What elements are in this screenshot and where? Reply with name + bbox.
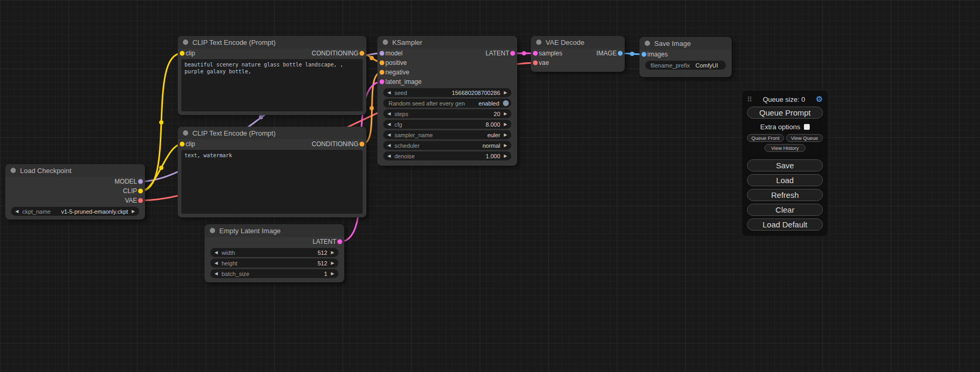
arrow-left-icon[interactable]: ◀ — [215, 251, 218, 255]
view-queue-button[interactable]: View Queue — [786, 134, 823, 142]
slot-label: clip — [186, 50, 195, 57]
widget-label: Random seed after every gen — [389, 100, 465, 107]
node-clip-text-encode-negative[interactable]: CLIP Text Encode (Prompt) clip CONDITION… — [178, 127, 366, 217]
arrow-right-icon[interactable]: ▶ — [504, 91, 507, 95]
images-input-dot[interactable] — [642, 52, 646, 57]
vae-output-dot[interactable] — [138, 198, 143, 203]
arrow-right-icon[interactable]: ▶ — [504, 112, 507, 116]
slot-label: VAE — [125, 197, 137, 204]
collapse-dot[interactable] — [11, 168, 16, 173]
height-widget[interactable]: ◀ height 512 ▶ — [210, 259, 338, 268]
queue-prompt-button[interactable]: Queue Prompt — [747, 107, 823, 119]
width-widget[interactable]: ◀ width 512 ▶ — [210, 248, 338, 257]
arrow-left-icon[interactable]: ◀ — [387, 122, 391, 127]
conditioning-output-dot[interactable] — [360, 51, 364, 56]
settings-gear-icon[interactable]: ⚙ — [816, 94, 823, 104]
drag-handle-icon[interactable]: ⠿ — [747, 96, 752, 103]
cfg-widget[interactable]: ◀ cfg 8.000 ▶ — [383, 120, 511, 129]
collapse-dot[interactable] — [536, 40, 541, 45]
widget-label: batch_size — [221, 271, 249, 277]
collapse-dot[interactable] — [210, 228, 215, 233]
queue-front-button[interactable]: Queue Front — [747, 134, 784, 142]
arrow-left-icon[interactable]: ◀ — [387, 112, 391, 116]
latent-output-dot[interactable] — [337, 240, 342, 244]
arrow-right-icon[interactable]: ▶ — [331, 261, 334, 265]
load-default-button[interactable]: Load Default — [747, 218, 823, 231]
image-output-dot[interactable] — [618, 51, 623, 56]
node-save-image[interactable]: Save Image images filename_prefix ComfyU… — [639, 37, 732, 77]
widget-label: cfg — [394, 121, 402, 128]
node-empty-latent-image[interactable]: Empty Latent Image LATENT ◀ width 512 ▶ … — [205, 224, 344, 282]
clip-input-dot[interactable] — [180, 142, 185, 147]
slot-label: negative — [385, 69, 409, 76]
widget-value: normal — [420, 142, 500, 149]
samples-input-dot[interactable] — [533, 51, 538, 56]
collapse-dot[interactable] — [383, 40, 388, 45]
node-clip-text-encode-positive[interactable]: CLIP Text Encode (Prompt) clip CONDITION… — [178, 36, 366, 115]
clip-positive-titlebar[interactable]: CLIP Text Encode (Prompt) — [178, 36, 366, 49]
vae-decode-slot-samples: samples IMAGE — [531, 49, 625, 58]
positive-input-dot[interactable] — [380, 61, 384, 65]
arrow-right-icon[interactable]: ▶ — [331, 272, 334, 276]
vae-decode-titlebar[interactable]: VAE Decode — [531, 36, 625, 49]
seed-widget[interactable]: ◀ seed 156680208700286 ▶ — [383, 88, 511, 97]
node-ksampler[interactable]: KSampler model LATENT positive negative … — [377, 36, 517, 166]
model-input-dot[interactable] — [380, 51, 384, 56]
collapse-dot[interactable] — [183, 130, 188, 136]
clip-output-dot[interactable] — [138, 189, 143, 194]
extra-options-label: Extra options — [760, 123, 800, 131]
node-load-checkpoint[interactable]: Load Checkpoint MODEL CLIP VAE ◀ ckpt_na… — [5, 164, 145, 220]
arrow-left-icon[interactable]: ◀ — [215, 261, 218, 265]
toggle-knob[interactable] — [503, 100, 509, 106]
load-checkpoint-titlebar[interactable]: Load Checkpoint — [5, 164, 145, 177]
arrow-right-icon[interactable]: ▶ — [132, 209, 135, 214]
load-button[interactable]: Load — [747, 174, 823, 186]
arrow-left-icon[interactable]: ◀ — [387, 91, 391, 95]
save-button[interactable]: Save — [747, 159, 823, 171]
negative-input-dot[interactable] — [380, 70, 384, 75]
latent-image-input-dot[interactable] — [380, 80, 384, 84]
arrow-right-icon[interactable]: ▶ — [504, 154, 507, 158]
node-graph-canvas[interactable]: Load Checkpoint MODEL CLIP VAE ◀ ckpt_na… — [0, 0, 980, 372]
save-image-titlebar[interactable]: Save Image — [639, 37, 732, 50]
steps-widget[interactable]: ◀ steps 20 ▶ — [383, 109, 511, 118]
refresh-button[interactable]: Refresh — [747, 189, 823, 201]
clip-input-dot[interactable] — [180, 51, 185, 56]
slot-label: clip — [186, 140, 195, 148]
random-seed-toggle-widget[interactable]: Random seed after every gen enabled — [383, 99, 511, 108]
ksampler-titlebar[interactable]: KSampler — [377, 36, 517, 49]
collapse-dot[interactable] — [183, 40, 188, 45]
extra-options-checkbox[interactable] — [804, 124, 810, 130]
clear-button[interactable]: Clear — [747, 204, 823, 216]
vae-input-dot[interactable] — [533, 61, 538, 65]
negative-prompt-textarea[interactable]: text, watermark — [181, 150, 363, 214]
collapse-dot[interactable] — [645, 41, 650, 46]
ckpt-name-widget[interactable]: ◀ ckpt_name v1-5-pruned-emaonly.ckpt ▶ — [11, 207, 139, 216]
empty-latent-titlebar[interactable]: Empty Latent Image — [205, 224, 344, 237]
arrow-right-icon[interactable]: ▶ — [504, 144, 507, 148]
widget-label: steps — [394, 111, 408, 117]
arrow-left-icon[interactable]: ◀ — [387, 154, 391, 158]
arrow-left-icon[interactable]: ◀ — [215, 272, 218, 276]
slot-label: CONDITIONING — [312, 140, 358, 148]
arrow-left-icon[interactable]: ◀ — [387, 133, 391, 137]
node-vae-decode[interactable]: VAE Decode samples IMAGE vae — [531, 36, 625, 72]
denoise-widget[interactable]: ◀ denoise 1.000 ▶ — [383, 151, 511, 160]
ksampler-slot-positive: positive — [377, 58, 517, 68]
filename-prefix-widget[interactable]: filename_prefix ComfyUI — [645, 61, 726, 70]
widget-value: v1-5-pruned-emaonly.ckpt — [51, 208, 128, 215]
clip-negative-titlebar[interactable]: CLIP Text Encode (Prompt) — [178, 127, 366, 139]
batch-size-widget[interactable]: ◀ batch_size 1 ▶ — [210, 269, 338, 278]
model-output-dot[interactable] — [138, 179, 143, 184]
latent-output-dot[interactable] — [510, 51, 515, 56]
sampler-name-widget[interactable]: ◀ sampler_name euler ▶ — [383, 130, 511, 139]
arrow-right-icon[interactable]: ▶ — [504, 133, 507, 137]
positive-prompt-textarea[interactable]: beautiful scenery nature glass bottle la… — [181, 59, 363, 111]
arrow-right-icon[interactable]: ▶ — [331, 251, 334, 255]
scheduler-widget[interactable]: ◀ scheduler normal ▶ — [383, 141, 511, 150]
conditioning-output-dot[interactable] — [360, 142, 364, 147]
view-history-button[interactable]: View History — [764, 144, 806, 152]
arrow-left-icon[interactable]: ◀ — [387, 144, 391, 148]
arrow-left-icon[interactable]: ◀ — [15, 209, 18, 214]
arrow-right-icon[interactable]: ▶ — [504, 122, 507, 127]
